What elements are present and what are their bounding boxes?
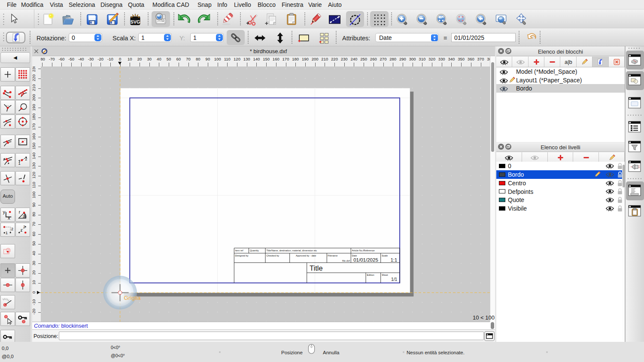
svg-text:01/01/2025: 01/01/2025 bbox=[353, 257, 378, 262]
svg-text:1: 1 bbox=[6, 230, 8, 235]
svg-text:1:1: 1:1 bbox=[391, 257, 397, 262]
svg-text:x: x bbox=[8, 215, 10, 220]
svg-text:Item ref: Item ref bbox=[235, 249, 243, 252]
svg-text:1/1: 1/1 bbox=[391, 277, 397, 282]
svg-text:Date: Date bbox=[352, 254, 357, 257]
svg-text:Griglia: Griglia bbox=[124, 295, 141, 301]
svg-text:Quantity: Quantity bbox=[250, 249, 259, 252]
svg-text:Scale: Scale bbox=[382, 254, 388, 257]
svg-text:Designed by: Designed by bbox=[235, 254, 249, 257]
svg-text:Approved by - date: Approved by - date bbox=[296, 254, 316, 257]
svg-text:Filename: Filename bbox=[328, 254, 337, 257]
svg-text:Checked by: Checked by bbox=[267, 254, 279, 257]
svg-text:a: a bbox=[23, 214, 25, 219]
svg-text:1: 1 bbox=[20, 228, 22, 232]
svg-text:1: 1 bbox=[18, 161, 21, 165]
svg-text:r: r bbox=[19, 210, 21, 214]
svg-text:y: y bbox=[3, 209, 6, 214]
svg-text:Title: Title bbox=[310, 264, 323, 272]
svg-text:Article No./Reference: Article No./Reference bbox=[352, 249, 375, 252]
svg-text:Edition: Edition bbox=[367, 274, 374, 276]
svg-text:2: 2 bbox=[11, 226, 13, 231]
svg-text:2: 2 bbox=[25, 157, 27, 161]
svg-text:file.dxf: file.dxf bbox=[342, 259, 350, 262]
svg-text:Sheet: Sheet bbox=[382, 274, 388, 276]
svg-text:Title/Name, destination, mater: Title/Name, destination, material, dimen… bbox=[267, 249, 317, 252]
